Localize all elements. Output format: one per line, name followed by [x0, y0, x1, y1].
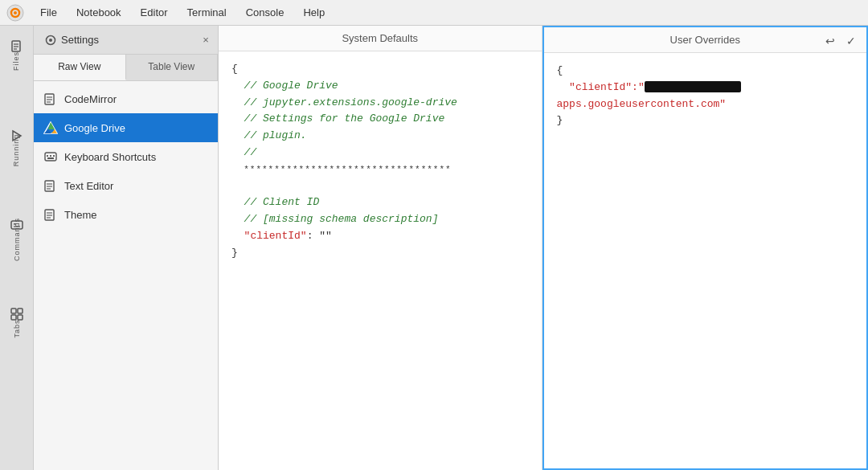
uo-opening-bracket: {	[557, 64, 563, 76]
tab-table-view[interactable]: Table View	[126, 55, 219, 80]
activity-item-files[interactable]: Files	[0, 32, 33, 72]
theme-icon	[43, 207, 58, 222]
code-comment-5: //	[231, 146, 256, 158]
activity-item-commands[interactable]: Commands	[0, 210, 33, 250]
uo-closing-bracket: }	[557, 114, 563, 126]
menubar: File Notebook Editor Terminal Console He…	[0, 0, 868, 26]
activity-label-running: Running	[13, 134, 21, 167]
sidebar-item-text-editor[interactable]: Text Editor	[34, 171, 218, 200]
activity-label-files: Files	[12, 51, 20, 71]
menu-notebook[interactable]: Notebook	[68, 3, 129, 22]
sidebar: Settings × Raw View Table View	[34, 26, 219, 470]
uo-client-id-line: "clientId":" apps.googleusercontent.com"	[557, 81, 741, 110]
confirm-button[interactable]: ✓	[842, 32, 860, 50]
code-comment-3: // Settings for the Google Drive	[231, 112, 444, 125]
svg-rect-26	[47, 155, 48, 157]
settings-nav-tabs: Raw View Table View	[34, 55, 218, 81]
user-overrides-content[interactable]: { "clientId":" apps.googleusercontent.co…	[544, 53, 867, 468]
tab-raw-view[interactable]: Raw View	[34, 55, 126, 80]
user-overrides-actions: ↩ ✓	[821, 32, 860, 50]
svg-rect-27	[50, 155, 51, 157]
sidebar-item-google-drive[interactable]: Google Drive	[34, 113, 218, 142]
text-editor-icon	[43, 178, 58, 193]
system-defaults-header: System Defaults	[219, 26, 542, 51]
code-key-clientid: "clientId"	[244, 230, 307, 242]
activity-bar: Files Running Commands	[0, 26, 34, 470]
menu-help[interactable]: Help	[295, 3, 333, 22]
code-comment-6: // Client ID	[231, 196, 319, 208]
keyboard-shortcuts-icon	[43, 149, 58, 164]
svg-rect-12	[18, 309, 23, 313]
sidebar-item-keyboard-shortcuts[interactable]: Keyboard Shortcuts	[34, 142, 218, 171]
code-stars: **********************************	[231, 165, 452, 174]
svg-point-2	[14, 11, 17, 14]
app-logo-icon	[6, 4, 24, 22]
activity-item-running[interactable]: Running	[0, 121, 33, 161]
sidebar-item-theme[interactable]: Theme	[34, 200, 218, 229]
system-defaults-content[interactable]: { // Google Drive // jupyter.extensions.…	[219, 51, 542, 470]
close-settings-button[interactable]: ×	[199, 33, 213, 47]
uo-redacted-value	[645, 81, 741, 92]
sidebar-item-codemirror[interactable]: CodeMirror	[34, 84, 218, 113]
settings-icon	[45, 35, 56, 46]
settings-tab-bar: Settings ×	[34, 26, 218, 55]
undo-button[interactable]: ↩	[821, 32, 839, 50]
svg-point-16	[49, 39, 52, 42]
sidebar-items-list: CodeMirror Google Drive	[34, 81, 218, 470]
activity-label-commands: Commands	[13, 218, 21, 261]
menu-terminal[interactable]: Terminal	[179, 3, 235, 22]
uo-key: "clientId":"	[569, 81, 645, 93]
menu-file[interactable]: File	[32, 3, 65, 22]
code-comment-2: // jupyter.extensions.google-drive	[231, 96, 457, 108]
main-area: Files Running Commands	[0, 26, 868, 470]
content-area: System Defaults { // Google Drive // jup…	[219, 26, 868, 470]
uo-suffix: apps.googleusercontent.com"	[557, 98, 727, 110]
code-closing-bracket: }	[231, 247, 238, 259]
code-comment-1: // Google Drive	[231, 80, 338, 92]
menu-console[interactable]: Console	[238, 3, 293, 22]
svg-rect-11	[11, 309, 16, 313]
user-overrides-panel: User Overrides ↩ ✓ { "clientId":" apps.g…	[542, 26, 869, 470]
codemirror-icon	[43, 92, 58, 106]
menu-editor[interactable]: Editor	[133, 3, 176, 22]
code-client-id-line: "clientId": ""	[231, 230, 332, 242]
user-overrides-header: User Overrides ↩ ✓	[544, 27, 867, 53]
svg-rect-28	[53, 155, 55, 157]
activity-item-tabs[interactable]: Tabs	[0, 300, 33, 339]
code-opening-bracket: {	[231, 63, 238, 75]
activity-label-tabs: Tabs	[12, 319, 20, 337]
settings-tab-title: Settings	[39, 31, 105, 49]
google-drive-icon	[43, 121, 58, 135]
svg-rect-29	[47, 157, 54, 159]
system-defaults-panel: System Defaults { // Google Drive // jup…	[219, 26, 542, 470]
code-comment-7: // [missing schema description]	[231, 213, 438, 225]
code-comment-4: // plugin.	[231, 129, 307, 141]
content-panels: System Defaults { // Google Drive // jup…	[219, 26, 868, 470]
